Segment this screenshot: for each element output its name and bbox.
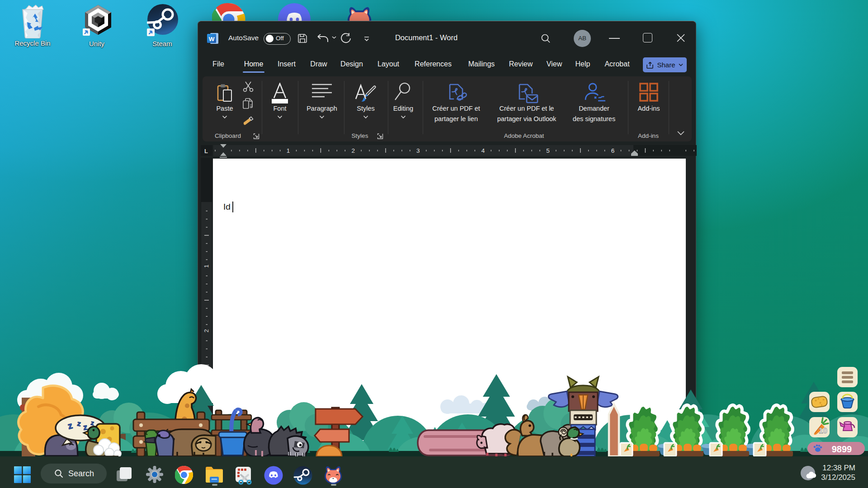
- svg-text:2: 2: [351, 147, 355, 154]
- svg-text:1: 1: [287, 147, 290, 154]
- svg-text:L: L: [204, 148, 208, 155]
- svg-text:9899: 9899: [832, 444, 852, 454]
- svg-text:6: 6: [611, 147, 615, 154]
- svg-text:4: 4: [481, 147, 485, 154]
- svg-text:W: W: [209, 36, 215, 42]
- svg-text:1: 1: [203, 264, 210, 267]
- svg-text:5: 5: [546, 147, 550, 154]
- svg-text:3: 3: [416, 147, 420, 154]
- svg-text:10: 10: [819, 427, 827, 435]
